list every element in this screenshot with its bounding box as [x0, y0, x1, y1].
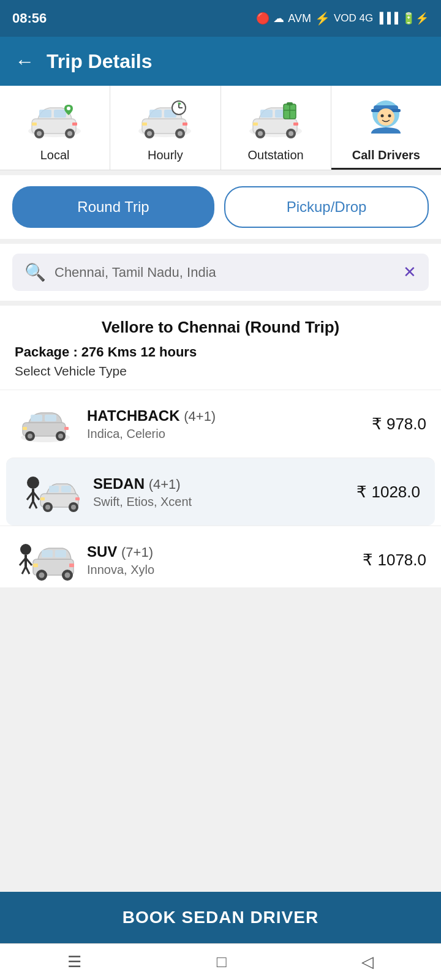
svg-rect-8 — [32, 123, 37, 126]
svg-rect-14 — [149, 110, 162, 118]
vehicle-item-suv[interactable]: SUV (7+1) Innova, Xylo ₹ 1078.0 — [0, 526, 441, 587]
tab-hourly-label: Hourly — [148, 148, 183, 162]
svg-point-50 — [28, 434, 32, 439]
bottom-nav: ☰ □ ◁ — [0, 943, 441, 980]
status-icons: 🔴 ☁ AVM ⚡ VOD 4G ▐▐▐ 🔋⚡ — [256, 11, 429, 26]
tab-outstation[interactable]: Outstation — [221, 86, 331, 170]
svg-rect-63 — [61, 486, 71, 492]
search-icon: 🔍 — [24, 262, 46, 282]
back-button[interactable]: ← — [15, 50, 34, 73]
svg-rect-78 — [55, 550, 66, 557]
network-icons: VOD 4G ▐▐▐ — [334, 12, 398, 24]
page-title: Trip Details — [47, 50, 153, 73]
tab-local[interactable]: Local — [0, 86, 110, 170]
svg-rect-33 — [253, 123, 258, 126]
search-bar-container: 🔍 ✕ — [12, 254, 429, 291]
svg-point-67 — [71, 505, 76, 510]
svg-line-74 — [22, 567, 26, 574]
pickup-drop-button[interactable]: Pickup/Drop — [224, 186, 429, 228]
cloud-icon: ☁ — [273, 12, 284, 25]
svg-point-17 — [147, 131, 152, 136]
svg-rect-27 — [260, 110, 273, 118]
hatchback-image — [15, 402, 76, 445]
package-info: Package : 276 Kms 12 hours — [15, 344, 426, 360]
svg-rect-54 — [64, 427, 69, 430]
svg-line-60 — [33, 501, 37, 508]
call-drivers-icon-area — [355, 96, 417, 145]
menu-icon[interactable]: ☰ — [67, 952, 81, 971]
hourly-car-icon — [136, 99, 194, 141]
select-vehicle-label: Select Vehicle Type — [15, 364, 426, 379]
tab-call-drivers-label: Call Drivers — [352, 148, 420, 162]
svg-point-55 — [27, 477, 39, 489]
svg-rect-21 — [183, 123, 187, 126]
suv-name: SUV (7+1) — [87, 543, 352, 560]
sedan-image — [21, 470, 82, 513]
hatchback-details: HATCHBACK (4+1) Indica, Celerio — [87, 407, 361, 441]
svg-point-30 — [258, 131, 263, 136]
round-trip-button[interactable]: Round Trip — [12, 186, 214, 228]
vehicle-item-hatchback[interactable]: HATCHBACK (4+1) Indica, Celerio ₹ 978.0 — [0, 390, 441, 458]
sedan-car-svg — [21, 470, 82, 513]
svg-rect-3 — [54, 110, 66, 118]
hourly-icon-area — [135, 96, 196, 145]
svg-point-82 — [65, 573, 70, 578]
battery-icon: 🔋⚡ — [402, 12, 429, 25]
search-input[interactable] — [55, 265, 394, 281]
hatchback-name: HATCHBACK (4+1) — [87, 407, 361, 424]
status-bar: 08:56 🔴 ☁ AVM ⚡ VOD 4G ▐▐▐ 🔋⚡ — [0, 0, 441, 37]
category-tabs: Local Hou — [0, 86, 441, 170]
header: ← Trip Details — [0, 37, 441, 86]
sedan-price: ₹ 1028.0 — [356, 483, 420, 502]
outstation-icon-area — [245, 96, 306, 145]
sedan-details: SEDAN (4+1) Swift, Etios, Xcent — [93, 475, 345, 509]
svg-rect-48 — [45, 415, 56, 421]
svg-point-44 — [388, 115, 391, 118]
hatchback-price: ₹ 978.0 — [372, 415, 426, 434]
home-icon[interactable]: □ — [217, 952, 227, 971]
tab-call-drivers[interactable]: Call Drivers — [331, 86, 441, 170]
trip-title: Vellore to Chennai (Round Trip) — [15, 318, 426, 337]
tab-outstation-label: Outstation — [248, 148, 304, 162]
book-sedan-button[interactable]: BOOK SEDAN DRIVER — [0, 892, 441, 943]
notification-icon: 🔴 — [256, 12, 270, 25]
svg-rect-69 — [75, 497, 80, 500]
trip-info: Vellore to Chennai (Round Trip) Package … — [0, 306, 441, 390]
suv-car-svg — [15, 538, 76, 581]
suv-details: SUV (7+1) Innova, Xylo — [87, 543, 352, 577]
svg-point-65 — [45, 505, 50, 510]
sedan-name: SEDAN (4+1) — [93, 475, 345, 492]
svg-rect-53 — [23, 427, 27, 430]
svg-rect-62 — [49, 486, 59, 492]
hatchback-car-svg — [18, 405, 73, 442]
svg-rect-84 — [69, 564, 74, 567]
svg-rect-68 — [40, 497, 45, 500]
svg-line-75 — [26, 567, 29, 574]
bluetooth-icon: ⚡ — [315, 11, 330, 26]
vehicle-list: HATCHBACK (4+1) Indica, Celerio ₹ 978.0 — [0, 390, 441, 587]
svg-point-52 — [58, 434, 63, 439]
vehicle-item-sedan[interactable]: SEDAN (4+1) Swift, Etios, Xcent ₹ 1028.0 — [6, 458, 435, 526]
svg-rect-47 — [31, 415, 42, 421]
local-icon-area — [24, 96, 86, 145]
back-nav-icon[interactable]: ◁ — [361, 952, 374, 971]
suv-models: Innova, Xylo — [87, 563, 246, 577]
svg-point-5 — [37, 131, 42, 136]
svg-point-11 — [67, 107, 70, 110]
trip-type-buttons: Round Trip Pickup/Drop — [12, 186, 429, 228]
local-car-icon — [26, 99, 84, 141]
svg-point-43 — [380, 115, 383, 118]
svg-rect-20 — [142, 123, 147, 126]
status-time: 08:56 — [12, 10, 47, 26]
svg-point-80 — [39, 573, 45, 578]
svg-rect-34 — [293, 123, 298, 126]
clear-icon[interactable]: ✕ — [403, 263, 417, 282]
tab-local-label: Local — [40, 148, 70, 162]
avm-label: AVM — [288, 12, 311, 25]
svg-rect-83 — [33, 564, 38, 567]
sedan-models: Swift, Etios, Xcent — [93, 495, 345, 509]
svg-rect-2 — [39, 110, 51, 118]
tab-hourly[interactable]: Hourly — [110, 86, 221, 170]
svg-rect-9 — [72, 123, 77, 126]
trip-type-section: Round Trip Pickup/Drop — [0, 175, 441, 239]
